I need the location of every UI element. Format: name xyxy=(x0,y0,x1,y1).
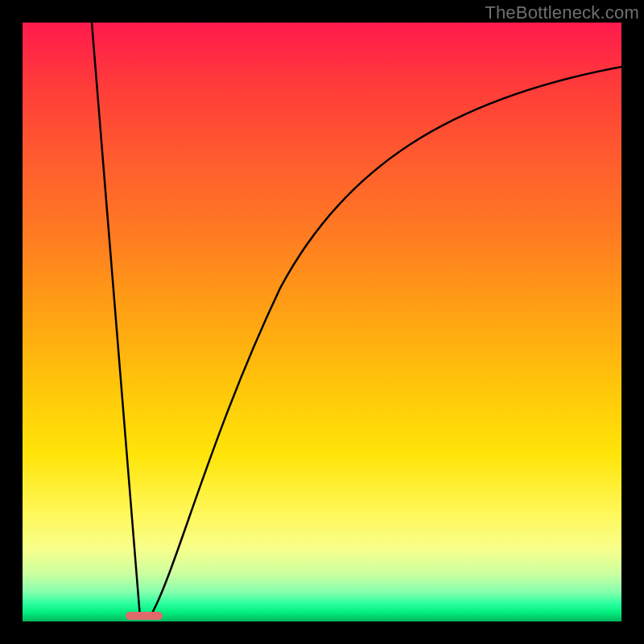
chart-frame: TheBottleneck.com xyxy=(0,0,644,644)
curve-path xyxy=(92,23,621,617)
bottleneck-curve xyxy=(23,23,621,621)
plot-area xyxy=(23,23,621,621)
optimal-range-marker xyxy=(126,612,163,620)
watermark-text: TheBottleneck.com xyxy=(485,2,639,23)
